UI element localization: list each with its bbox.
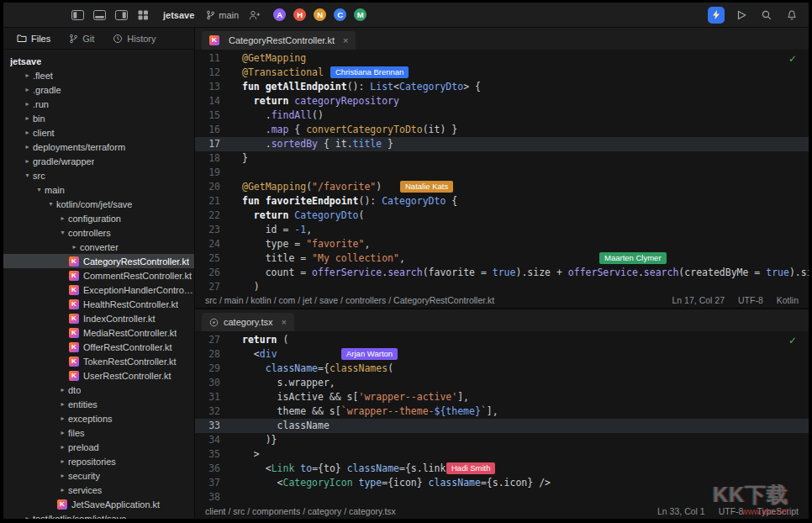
tree-item-test-kotlin-com-jet-save[interactable]: ▸test/kotlin/com/jet/save (3, 511, 194, 519)
run-button[interactable] (733, 7, 750, 24)
file-language[interactable]: TypeScript (757, 506, 799, 516)
tree-item-preload[interactable]: ▸preload (3, 440, 194, 454)
layout-grid-icon[interactable] (134, 7, 151, 24)
avatar-m[interactable]: M (352, 7, 368, 23)
invite-collaborator-button[interactable] (249, 10, 261, 20)
tree-item-main[interactable]: ▾main (3, 182, 194, 197)
close-tab-icon[interactable]: × (343, 35, 348, 45)
code-line-29[interactable]: 29 className={classNames( (195, 362, 809, 376)
avatar-h[interactable]: H (292, 7, 308, 23)
code-line-20[interactable]: 20@GetMapping("/favorite")Natalie Kats (195, 180, 809, 194)
code-line-19[interactable]: 19 (195, 166, 809, 180)
tree-item-offerrestcontroller-kt[interactable]: KOfferRestController.kt (3, 340, 194, 354)
avatar-c[interactable]: C (332, 7, 348, 23)
tree-item-dto[interactable]: ▸dto (3, 383, 194, 397)
file-language[interactable]: Kotlin (777, 295, 799, 305)
code-line-24[interactable]: 24 type = "favorite", (195, 237, 809, 251)
tree-item-jetsaveapplication-kt[interactable]: KJetSaveApplication.kt (3, 497, 194, 511)
line-number: 21 (195, 194, 242, 209)
code-line-14[interactable]: 14 return categoryRepository (195, 94, 809, 108)
caret-position[interactable]: Ln 17, Col 27 (672, 295, 725, 305)
code-line-27[interactable]: 27return ( (195, 333, 809, 347)
tree-item-userrestcontroller-kt[interactable]: KUserRestController.kt (3, 368, 194, 383)
code-line-18[interactable]: 18} (195, 151, 809, 166)
code-line-11[interactable]: 11@GetMapping (195, 51, 809, 66)
file-encoding[interactable]: UTF-8 (719, 506, 744, 516)
code-line-28[interactable]: 28 <divArjan Warton (195, 347, 809, 362)
toggle-left-panel-icon[interactable] (69, 7, 86, 24)
smart-mode-button[interactable] (708, 7, 725, 24)
code-line-16[interactable]: 16 .map { convertCategoryToDto(it) } (195, 123, 809, 137)
tree-item-indexcontroller-kt[interactable]: KIndexController.kt (3, 311, 194, 325)
code-line-38[interactable]: 38 (195, 490, 809, 504)
tree-item-repositories[interactable]: ▸repositories (3, 454, 194, 468)
code-editor-kotlin[interactable]: 11@GetMapping12@TransactionalChristiana … (195, 50, 809, 293)
project-name[interactable]: jetsave (163, 10, 194, 20)
code-line-26[interactable]: 26 count = offerService.search(favorite … (195, 266, 809, 280)
chevron-right-icon: ▸ (57, 415, 68, 422)
tree-item-kotlin-com-jet-save[interactable]: ▾kotlin/com/jet/save (3, 197, 194, 211)
tree-item-files[interactable]: ▸files (3, 425, 194, 440)
sidebar-tab-history[interactable]: History (104, 31, 164, 46)
tree-item-entities[interactable]: ▸entities (3, 397, 194, 411)
tree-item-exceptionhandlercontroller[interactable]: KExceptionHandlerController (3, 283, 194, 297)
sidebar-tab-files[interactable]: Files (8, 31, 59, 46)
code-line-15[interactable]: 15 .findAll() (195, 108, 809, 123)
code-line-30[interactable]: 30 s.wrapper, (195, 376, 809, 390)
chevron-right-icon: ▸ (22, 143, 33, 151)
code-line-21[interactable]: 21fun favoriteEndpoint(): CategoryDto { (195, 194, 809, 209)
tree-item-configuration[interactable]: ▸configuration (3, 211, 194, 225)
tree-item-services[interactable]: ▸services (3, 483, 194, 497)
code-line-36[interactable]: 36 <Link to={to} className={s.link}>Hadi… (195, 462, 809, 476)
tree-item-client[interactable]: ▸client (3, 125, 194, 140)
code-line-37[interactable]: 37 <CategoryIcon type={icon} className={… (195, 476, 809, 490)
tree-item-categoryrestcontroller-kt[interactable]: KCategoryRestController.kt (3, 254, 194, 268)
search-icon[interactable] (758, 7, 775, 24)
tree-item-jetsave[interactable]: jetsave (3, 54, 194, 68)
line-number: 27 (195, 280, 242, 293)
code-line-12[interactable]: 12@TransactionalChristiana Brennan (195, 66, 809, 80)
caret-position[interactable]: Ln 33, Col 1 (657, 506, 705, 516)
tree-item-security[interactable]: ▸security (3, 468, 194, 483)
tree-item-exceptions[interactable]: ▸exceptions (3, 411, 194, 425)
code-line-32[interactable]: 32 theme && s[`wrapper--theme-${theme}`]… (195, 404, 809, 419)
tree-item-fleet[interactable]: ▸.fleet (3, 68, 194, 82)
tree-item-tokenrestcontroller-kt[interactable]: KTokenRestController.kt (3, 354, 194, 368)
clock-icon (113, 34, 123, 44)
notifications-bell-icon[interactable] (783, 7, 800, 24)
code-line-22[interactable]: 22 return CategoryDto( (195, 209, 809, 223)
code-line-23[interactable]: 23 id = -1, (195, 223, 809, 237)
tree-item-healthrestcontroller-kt[interactable]: KHealthRestController.kt (3, 297, 194, 311)
toggle-bottom-panel-icon[interactable] (91, 7, 108, 24)
avatar-n[interactable]: N (312, 7, 328, 23)
branch-selector[interactable]: main (206, 10, 239, 20)
code-line-27[interactable]: 27 ) (195, 280, 809, 293)
tree-item-gradle-wrapper[interactable]: ▸gradle/wrapper (3, 154, 194, 168)
code-line-34[interactable]: 34 )} (195, 433, 809, 447)
close-tab-icon[interactable]: × (282, 317, 287, 327)
code-line-33[interactable]: 33 className (195, 419, 809, 433)
code-line-25[interactable]: 25 title = "My collection",Maarten Clyme… (195, 251, 809, 266)
code-editor-tsx[interactable]: 27return (28 <divArjan Warton29 classNam… (195, 331, 809, 504)
tree-item-bin[interactable]: ▸bin (3, 111, 194, 125)
tree-item-commentrestcontroller-kt[interactable]: KCommentRestController.kt (3, 268, 194, 283)
tree-item-gradle[interactable]: ▸.gradle (3, 82, 194, 97)
editor-tab-categoryrestcontroller-kt[interactable]: K CategoryRestController.kt × (202, 31, 356, 50)
code-line-17[interactable]: 17 .sortedBy { it.title } (195, 137, 809, 151)
sidebar-tab-git[interactable]: Git (61, 31, 103, 46)
tree-item-run[interactable]: ▸.run (3, 97, 194, 111)
tree-item-src[interactable]: ▾src (3, 168, 194, 182)
breadcrumb[interactable]: src / main / kotlin / com / jet / save /… (205, 295, 659, 305)
file-encoding[interactable]: UTF-8 (738, 295, 763, 305)
tree-item-converter[interactable]: ▸converter (3, 240, 194, 254)
tree-item-controllers[interactable]: ▾controllers (3, 225, 194, 240)
breadcrumb[interactable]: client / src / components / category / c… (205, 506, 644, 516)
avatar-a[interactable]: A (272, 7, 287, 23)
editor-tab-category-tsx[interactable]: category.tsx × (202, 313, 294, 331)
tree-item-deployments-terraform[interactable]: ▸deployments/terraform (3, 140, 194, 154)
toggle-right-panel-icon[interactable] (113, 7, 129, 24)
code-line-35[interactable]: 35 > (195, 447, 809, 462)
code-line-13[interactable]: 13fun getAllEndpoint(): List<CategoryDto… (195, 80, 809, 94)
code-line-31[interactable]: 31 isActive && s['wrapper--active'], (195, 390, 809, 404)
tree-item-mediarestcontroller-kt[interactable]: KMediaRestController.kt (3, 325, 194, 340)
